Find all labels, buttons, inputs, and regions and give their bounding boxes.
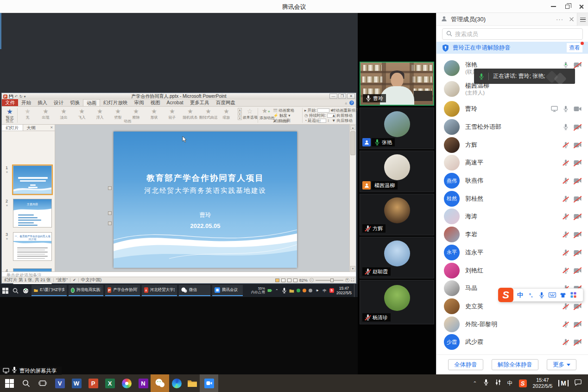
- 更多-button[interactable]: 更多: [547, 359, 576, 370]
- animation-缩放[interactable]: ★缩放: [217, 107, 235, 120]
- camera-off-icon[interactable]: [574, 142, 582, 148]
- ppt-tab-插入[interactable]: 插入: [34, 99, 51, 106]
- slide-thumbnail-3[interactable]: 3✶一、教育部产学合作协同育人项目介绍: [13, 232, 52, 261]
- shared-clock[interactable]: 15:472022/5/5: [336, 286, 352, 295]
- ppt-tab-切换[interactable]: 切换: [67, 99, 83, 106]
- taskbar-taskview-icon[interactable]: [33, 374, 52, 392]
- animation-翻转式由远..[interactable]: ★翻转式由远..: [199, 107, 217, 120]
- animation-tag[interactable]: [108, 211, 112, 215]
- camera-off-icon[interactable]: [574, 214, 582, 219]
- ime-punct-icon[interactable]: °,: [525, 290, 536, 300]
- sorter-view-icon[interactable]: [281, 278, 285, 282]
- tray-ime-indicator[interactable]: 中: [507, 379, 513, 387]
- powerpoint-window[interactable]: P 💾 ↶ ↻ ▾ 产学合作协同育人.pptx - Microsoft Powe…: [1, 93, 356, 284]
- ime-mic-icon[interactable]: [536, 290, 547, 300]
- 解除全体静音-button[interactable]: 解除全体静音: [492, 359, 538, 370]
- taskbar-word-icon[interactable]: W: [67, 374, 86, 392]
- taskbar-wheel-icon[interactable]: [117, 374, 136, 392]
- reading-view-icon[interactable]: [287, 278, 291, 282]
- maximize-button[interactable]: [560, 0, 574, 13]
- tray-expand-icon[interactable]: ⌃: [473, 380, 477, 386]
- current-slide[interactable]: 教育部产学合作协同育人项目 河北经贸大学商务英语实践基地建设 曹玲 2022.0…: [114, 132, 297, 268]
- taskbar-window-4[interactable]: 微信: [179, 285, 210, 296]
- view-request-button[interactable]: 查看: [567, 43, 582, 52]
- slide-subtitle[interactable]: 河北经贸大学商务英语实践基地建设: [114, 186, 297, 195]
- member-row-刘艳红[interactable]: 刘艳红: [436, 261, 588, 279]
- effect-options-button[interactable]: ☆ 效果选项: [243, 107, 257, 124]
- redo-icon[interactable]: ↻: [19, 95, 23, 99]
- tab-outline[interactable]: 大纲: [23, 125, 39, 131]
- member-row-高速平[interactable]: 高速平: [436, 154, 588, 172]
- camera-off-icon[interactable]: [574, 124, 582, 130]
- panel-close-icon[interactable]: ×: [50, 125, 55, 131]
- mic-on-icon[interactable]: [563, 106, 569, 112]
- ppt-tab-开始[interactable]: 开始: [18, 99, 34, 106]
- ppt-minimize-button[interactable]: —: [329, 94, 337, 99]
- 全体静音-button[interactable]: 全体静音: [448, 359, 483, 370]
- camera-off-icon[interactable]: [574, 268, 582, 273]
- panel-more-icon[interactable]: ···: [556, 16, 563, 23]
- tab-slides[interactable]: 幻灯片: [2, 125, 23, 131]
- spellcheck-icon[interactable]: ✔: [73, 278, 76, 282]
- tile-mic-icon[interactable]: [374, 139, 380, 145]
- tile-mic-muted-icon[interactable]: [365, 314, 371, 321]
- move-earlier-button[interactable]: ▲ 向前移动: [332, 113, 360, 118]
- taskbar-window-5[interactable]: ▣腾讯会议: [212, 285, 243, 296]
- ppt-tab-视图[interactable]: 视图: [147, 99, 164, 106]
- mic-muted-icon[interactable]: [563, 303, 569, 310]
- mic-muted-icon[interactable]: [563, 231, 569, 238]
- member-row-王雪松外语部[interactable]: 王雪松外语部: [436, 118, 588, 136]
- member-row-外院-邵黎明[interactable]: 外院-邵黎明: [436, 315, 588, 333]
- tile-mic-icon[interactable]: [366, 95, 371, 101]
- tray-expand-icon[interactable]: ⌃: [274, 288, 279, 293]
- ppt-tab-Acrobat[interactable]: Acrobat: [164, 99, 187, 106]
- search-box[interactable]: [442, 28, 583, 40]
- animation-tag[interactable]: [108, 221, 112, 225]
- camera-off-icon[interactable]: [574, 160, 582, 165]
- animation-飞入[interactable]: ★飞入: [73, 107, 91, 120]
- mic-muted-icon[interactable]: [563, 177, 569, 184]
- zoom-in-button[interactable]: +: [345, 278, 349, 282]
- animation-劈裂[interactable]: ★劈裂: [109, 107, 127, 120]
- notification-center-icon[interactable]: [575, 379, 582, 387]
- taskbar-wechat-icon[interactable]: [151, 374, 169, 392]
- slide-editing-area[interactable]: 教育部产学合作协同育人项目 河北经贸大学商务英语实践基地建设 曹玲 2022.0…: [55, 125, 349, 272]
- language-indicator[interactable]: 中文(中国): [81, 277, 101, 283]
- taskbar-window-1[interactable]: 跨境电商实践平台 ...: [69, 285, 103, 296]
- ppt-maximize-button[interactable]: ❒: [338, 94, 346, 99]
- slide-scrollbar[interactable]: ▲ ▼: [349, 125, 356, 272]
- slide-title[interactable]: 教育部产学合作协同育人项目: [114, 172, 297, 183]
- normal-view-icon[interactable]: [275, 278, 279, 282]
- taskbar-powerpoint-icon[interactable]: P: [84, 374, 102, 392]
- ppt-tab-更多工具[interactable]: 更多工具: [187, 99, 213, 106]
- zoom-out-button[interactable]: −: [310, 278, 314, 282]
- taskbar-window-0[interactable]: E:\厦门HZ学实践项..: [32, 285, 67, 296]
- camera-off-icon[interactable]: [574, 178, 582, 183]
- minimize-button[interactable]: [546, 0, 560, 13]
- camera-off-icon[interactable]: [574, 322, 582, 327]
- qat-dropdown-icon[interactable]: ▾: [24, 95, 25, 99]
- shared-start-button[interactable]: [0, 284, 10, 297]
- shared-pinwheel-icon[interactable]: [20, 284, 31, 297]
- animation-无[interactable]: ★无: [19, 107, 37, 120]
- help-icon[interactable]: ?: [349, 101, 354, 105]
- animation-tag[interactable]: [108, 186, 112, 190]
- slide-thumbnail-2[interactable]: 2✶ 主要内容: [13, 199, 52, 228]
- panel-close-icon[interactable]: [569, 17, 574, 22]
- slide-thumbnail-1[interactable]: 1✶: [13, 165, 52, 194]
- animation-浮入[interactable]: ★浮入: [91, 107, 109, 120]
- camera-off-icon[interactable]: [574, 250, 582, 255]
- move-later-button[interactable]: ▼ 向后移动: [332, 118, 360, 123]
- tray-sogou-icon[interactable]: S: [519, 379, 527, 387]
- animation-形状[interactable]: ★形状: [145, 107, 163, 120]
- animation-淡出[interactable]: ★淡出: [55, 107, 73, 120]
- video-tile-方辉[interactable]: 方辉: [360, 194, 434, 235]
- slide-author[interactable]: 曹玲: [114, 211, 297, 219]
- mic-muted-icon[interactable]: [563, 249, 569, 256]
- taskbar-window-3[interactable]: ⤓河北经贸大学实践...: [142, 285, 177, 296]
- fit-window-icon[interactable]: ⛶: [351, 278, 354, 283]
- tray-mic-icon[interactable]: [282, 288, 287, 293]
- shared-search-icon[interactable]: [10, 284, 20, 297]
- camera-off-icon[interactable]: [574, 232, 582, 237]
- ribbon-collapse-icon[interactable]: ▵: [345, 101, 347, 105]
